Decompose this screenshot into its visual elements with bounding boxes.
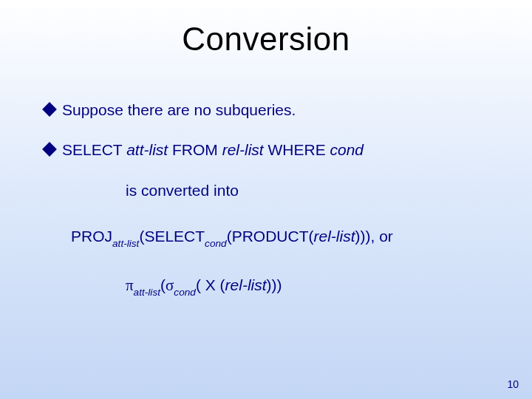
text-segment: (SELECT [139,228,205,245]
text-segment: cond [174,287,196,298]
text-segment: (PRODUCT( [227,228,314,245]
bullet-text: Suppose there are no subqueries. [62,100,296,120]
text-segment: rel-list [225,276,267,293]
slide: Conversion Suppose there are no subqueri… [0,0,532,399]
text-segment: ))), or [355,228,393,245]
text-segment: FROM [168,141,222,158]
text-segment: σ [166,276,174,294]
diamond-bullet-icon [42,142,57,157]
text-segment: ))) [267,276,282,293]
diamond-bullet-icon [42,102,57,117]
bullet-item: SELECT att-list FROM rel-list WHERE cond [44,140,502,160]
body-line: PROJatt-list(SELECTcond(PRODUCT(rel-list… [71,226,502,250]
text-segment: att-list [112,238,139,249]
text-segment: cond [330,141,364,158]
slide-title: Conversion [0,21,532,58]
text-segment: ( X ( [196,276,225,293]
bullet-text: SELECT att-list FROM rel-list WHERE cond [62,140,364,160]
page-number: 10 [507,378,519,390]
body-line: πatt-list(σcond( X (rel-list))) [126,275,502,299]
text-segment: ( [160,276,166,293]
body-line: is converted into [126,180,502,201]
text-segment: rel-list [314,228,355,245]
text-segment: is converted into [126,182,239,199]
text-segment: SELECT [62,141,126,158]
text-segment: att-list [134,287,160,298]
text-segment: rel-list [222,141,264,158]
text-segment: Suppose there are no subqueries. [62,101,296,118]
bullet-item: Suppose there are no subqueries. [44,100,502,120]
slide-content: Suppose there are no subqueries. SELECT … [44,100,502,305]
text-segment: PROJ [71,228,112,245]
text-segment: WHERE [264,141,330,158]
text-segment: att-list [126,141,168,158]
text-segment: cond [205,238,227,249]
text-segment: π [126,276,134,294]
